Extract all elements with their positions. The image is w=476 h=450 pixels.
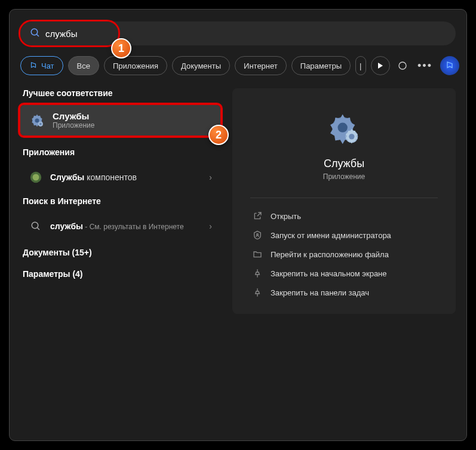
action-open[interactable]: Открыть bbox=[244, 206, 444, 226]
action-file-location[interactable]: Перейти к расположению файла bbox=[244, 245, 444, 264]
tab-chat-label: Чат bbox=[41, 61, 54, 70]
svg-point-2 bbox=[399, 62, 406, 69]
annotation-badge-2: 2 bbox=[208, 125, 229, 145]
svg-point-15 bbox=[257, 233, 259, 235]
best-match-header: Лучшее соответствие bbox=[20, 88, 220, 98]
open-icon bbox=[253, 211, 262, 221]
action-label: Закрепить на панели задач bbox=[271, 288, 369, 297]
svg-point-14 bbox=[349, 134, 354, 139]
search-input[interactable] bbox=[20, 21, 456, 45]
svg-point-4 bbox=[35, 118, 39, 122]
play-icon bbox=[377, 63, 383, 69]
tab-parameters[interactable]: Параметры bbox=[291, 56, 351, 75]
admin-icon bbox=[253, 230, 262, 240]
detail-title: Службы bbox=[244, 158, 444, 170]
bing-icon bbox=[445, 61, 454, 70]
search-window: 1 Чат Все Приложения Документы Интернет … bbox=[9, 9, 467, 441]
search-bar-container: 1 bbox=[20, 21, 456, 45]
search-result-icon bbox=[29, 219, 43, 233]
result-text: службы - См. результаты в Интернете bbox=[50, 221, 202, 231]
apps-header: Приложения bbox=[20, 147, 220, 157]
action-pin-taskbar[interactable]: Закрепить на панели задач bbox=[244, 283, 444, 302]
tab-apps[interactable]: Приложения bbox=[104, 56, 167, 75]
action-pin-start[interactable]: Закрепить на начальном экране bbox=[244, 264, 444, 283]
result-text: Службы компонентов bbox=[50, 172, 202, 182]
documents-header[interactable]: Документы (15+) bbox=[20, 248, 220, 257]
svg-line-1 bbox=[36, 34, 39, 36]
top-right-icons: ••• bbox=[395, 56, 459, 75]
action-run-as-admin[interactable]: Запуск от имени администратора bbox=[244, 226, 444, 245]
component-services-icon bbox=[29, 170, 43, 184]
web-search-header: Поиск в Интернете bbox=[20, 196, 220, 206]
best-match-title: Службы bbox=[53, 111, 94, 121]
annotation-badge-1: 1 bbox=[111, 38, 131, 58]
tab-all[interactable]: Все bbox=[68, 56, 99, 75]
result-web-search[interactable]: службы - См. результаты в Интернете › bbox=[20, 213, 220, 239]
folder-icon bbox=[253, 249, 262, 259]
detail-gear-icon bbox=[327, 112, 361, 146]
tab-chat[interactable]: Чат bbox=[20, 56, 63, 75]
parameters-header[interactable]: Параметры (4) bbox=[20, 269, 220, 279]
bing-chat-icon bbox=[29, 61, 38, 70]
action-label: Закрепить на начальном экране bbox=[271, 269, 387, 278]
tab-documents[interactable]: Документы bbox=[172, 56, 230, 75]
circle-icon[interactable] bbox=[395, 58, 410, 73]
svg-point-0 bbox=[31, 29, 38, 35]
svg-point-9 bbox=[32, 222, 38, 229]
main-content: Лучшее соответствие Службы Приложение bbox=[20, 88, 456, 314]
filter-tabs: Чат Все Приложения Документы Интернет Па… bbox=[20, 56, 456, 75]
search-icon bbox=[30, 27, 41, 38]
separator bbox=[250, 198, 438, 198]
bing-button[interactable] bbox=[440, 56, 459, 75]
tab-play[interactable] bbox=[371, 56, 390, 75]
best-match-text: Службы Приложение bbox=[53, 111, 94, 130]
chevron-right-icon: › bbox=[209, 221, 212, 231]
tab-more-cut[interactable]: | bbox=[355, 56, 366, 75]
results-column: Лучшее соответствие Службы Приложение bbox=[20, 88, 220, 314]
services-gear-icon bbox=[29, 112, 45, 129]
pin-icon bbox=[253, 288, 262, 297]
svg-point-12 bbox=[338, 123, 348, 132]
chevron-right-icon: › bbox=[209, 172, 212, 182]
svg-point-8 bbox=[33, 174, 39, 181]
action-label: Открыть bbox=[271, 212, 301, 221]
svg-point-6 bbox=[39, 123, 42, 125]
detail-subtitle: Приложение bbox=[244, 172, 444, 181]
result-component-services[interactable]: Службы компонентов › bbox=[20, 164, 220, 190]
pin-icon bbox=[253, 269, 262, 278]
best-match-container: Службы Приложение 2 bbox=[20, 105, 220, 135]
best-match-item[interactable]: Службы Приложение bbox=[20, 105, 220, 135]
svg-line-10 bbox=[37, 227, 39, 230]
action-label: Запуск от имени администратора bbox=[271, 231, 391, 240]
detail-panel: Службы Приложение Открыть Запуск от имен… bbox=[232, 88, 456, 314]
tab-internet[interactable]: Интернет bbox=[235, 56, 287, 75]
more-icon[interactable]: ••• bbox=[417, 58, 433, 73]
best-match-subtitle: Приложение bbox=[53, 121, 94, 130]
action-label: Перейти к расположению файла bbox=[271, 250, 389, 259]
